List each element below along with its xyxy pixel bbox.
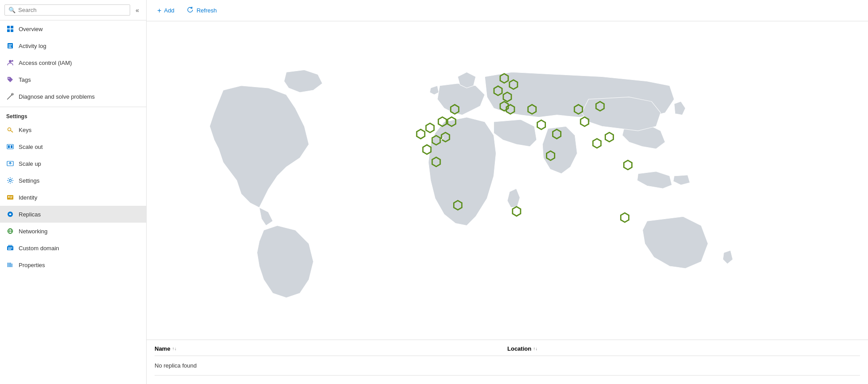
identity-label: Identity xyxy=(19,194,37,201)
settings-icon xyxy=(6,176,14,184)
add-label: Add xyxy=(164,7,174,14)
tags-label: Tags xyxy=(19,76,31,83)
custom-domain-label: Custom domain xyxy=(19,245,59,252)
svg-rect-5 xyxy=(8,44,12,45)
svg-rect-34 xyxy=(12,264,12,267)
sidebar-item-scale-out[interactable]: Scale out xyxy=(0,138,146,155)
no-data-row: No replica found xyxy=(155,356,860,376)
sidebar-item-properties[interactable]: Properties xyxy=(0,256,146,273)
diagnose-label: Diagnose and solve problems xyxy=(19,93,95,100)
search-icon: 🔍 xyxy=(8,7,16,13)
networking-label: Networking xyxy=(19,228,48,235)
refresh-button[interactable]: Refresh xyxy=(184,4,219,16)
svg-rect-3 xyxy=(11,29,13,32)
sidebar-item-activity-log[interactable]: Activity log xyxy=(0,37,146,54)
sidebar-item-diagnose[interactable]: Diagnose and solve problems xyxy=(0,88,146,105)
svg-point-10 xyxy=(8,78,9,79)
add-icon: + xyxy=(157,7,161,15)
svg-rect-7 xyxy=(8,47,12,48)
map-container: ✓ xyxy=(147,21,868,340)
location-sort-icon[interactable]: ↑↓ xyxy=(533,346,538,351)
svg-rect-19 xyxy=(7,195,13,200)
sidebar-item-replicas[interactable]: Replicas xyxy=(0,206,146,223)
toolbar: + Add Refresh xyxy=(147,0,868,21)
replicas-table: Name ↑↓ Location ↑↓ No replica found xyxy=(147,340,868,384)
refresh-label: Refresh xyxy=(196,7,217,14)
activity-log-icon xyxy=(6,42,14,50)
name-sort-icon[interactable]: ↑↓ xyxy=(172,346,176,351)
settings-label: Settings xyxy=(19,177,40,184)
scale-out-label: Scale out xyxy=(19,144,43,150)
svg-rect-28 xyxy=(8,245,12,246)
scale-up-icon xyxy=(6,160,14,168)
sidebar-item-scale-up[interactable]: Scale up xyxy=(0,155,146,172)
properties-label: Properties xyxy=(19,262,45,268)
sidebar: 🔍 « Overview Activity log xyxy=(0,0,147,384)
main-content: + Add Refresh xyxy=(147,0,868,384)
activity-log-label: Activity log xyxy=(19,43,46,49)
svg-rect-21 xyxy=(10,196,12,197)
svg-point-12 xyxy=(8,128,11,131)
custom-domain-icon xyxy=(6,244,14,252)
add-button[interactable]: + Add xyxy=(155,5,177,16)
overview-label: Overview xyxy=(19,26,43,32)
sidebar-item-identity[interactable]: Identity xyxy=(0,189,146,206)
scale-up-label: Scale up xyxy=(19,160,41,167)
col-location-label: Location xyxy=(507,345,531,352)
svg-rect-15 xyxy=(11,145,12,148)
svg-rect-31 xyxy=(8,263,8,267)
col-name-header[interactable]: Name ↑↓ xyxy=(155,345,507,352)
diagnose-icon xyxy=(6,92,14,100)
scale-out-icon xyxy=(6,143,14,151)
sidebar-item-access-control[interactable]: Access control (IAM) xyxy=(0,54,146,71)
svg-rect-6 xyxy=(8,46,11,47)
collapse-button[interactable]: « xyxy=(133,5,142,16)
svg-rect-0 xyxy=(7,26,10,28)
keys-label: Keys xyxy=(19,127,32,133)
svg-rect-1 xyxy=(11,26,13,28)
properties-icon xyxy=(6,261,14,269)
sidebar-item-overview[interactable]: Overview xyxy=(0,20,146,37)
col-name-label: Name xyxy=(155,345,170,352)
svg-rect-32 xyxy=(9,263,10,267)
replicas-label: Replicas xyxy=(19,211,41,218)
sidebar-item-tags[interactable]: Tags xyxy=(0,71,146,88)
refresh-icon xyxy=(187,6,194,15)
svg-point-9 xyxy=(12,60,13,62)
svg-rect-14 xyxy=(8,145,10,148)
tags-icon xyxy=(6,76,14,84)
overview-icon xyxy=(6,25,14,33)
access-control-icon xyxy=(6,59,14,67)
svg-point-20 xyxy=(8,196,10,198)
sidebar-search-row: 🔍 « xyxy=(0,0,146,20)
search-input[interactable] xyxy=(18,7,126,13)
svg-rect-22 xyxy=(10,198,12,198)
svg-rect-29 xyxy=(8,248,12,248)
sidebar-item-keys[interactable]: Keys xyxy=(0,121,146,138)
access-control-label: Access control (IAM) xyxy=(19,60,72,66)
sidebar-item-settings[interactable]: Settings xyxy=(0,172,146,189)
svg-point-18 xyxy=(9,180,12,182)
svg-rect-30 xyxy=(8,249,11,250)
settings-section-header: Settings xyxy=(0,107,146,121)
replicas-icon xyxy=(6,210,14,218)
world-map xyxy=(151,26,864,335)
svg-rect-2 xyxy=(7,29,10,32)
svg-point-8 xyxy=(9,60,12,63)
col-location-header[interactable]: Location ↑↓ xyxy=(507,345,860,352)
svg-rect-33 xyxy=(10,263,11,267)
identity-icon xyxy=(6,193,14,201)
networking-icon xyxy=(6,227,14,235)
keys-icon xyxy=(6,126,14,134)
sidebar-item-custom-domain[interactable]: Custom domain xyxy=(0,240,146,256)
search-box[interactable]: 🔍 xyxy=(4,4,130,16)
sidebar-item-networking[interactable]: Networking xyxy=(0,223,146,240)
table-header: Name ↑↓ Location ↑↓ xyxy=(155,340,860,356)
